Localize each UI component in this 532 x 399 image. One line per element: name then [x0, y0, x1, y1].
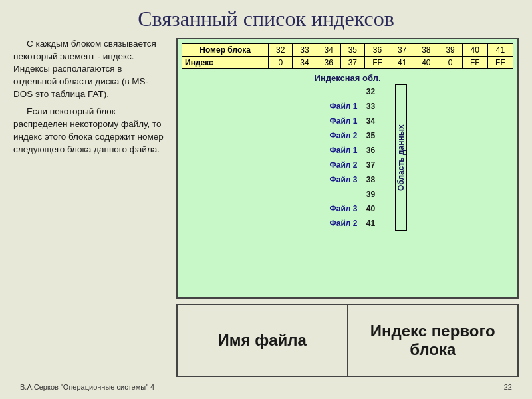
num-33: 33: [362, 99, 380, 114]
block-39: 39: [438, 44, 462, 57]
paragraph-1: С каждым блоком связывается некоторый эл…: [13, 38, 166, 100]
footer-page: 22: [504, 383, 512, 391]
num-35: 35: [362, 128, 380, 143]
file-empty2: [315, 187, 362, 201]
footer: В.А.Серков "Операционные системы" 4 22: [13, 380, 519, 392]
index-36: 36: [317, 57, 340, 69]
block-38: 38: [414, 44, 438, 57]
file-empty: [315, 84, 362, 99]
file-3b: Файл 3: [315, 201, 362, 216]
file-1c: Файл 1: [315, 143, 362, 158]
file-2c: Файл 2: [315, 216, 362, 231]
index-0b: 0: [438, 57, 462, 69]
bottom-filename: Имя файла: [178, 305, 348, 376]
block-34: 34: [317, 44, 340, 57]
index-area: Индексная обл. Файл 1 Файл 1 Файл 2 Файл…: [182, 73, 513, 231]
index-ff1: FF: [364, 57, 390, 69]
data-area-label: Область данных: [395, 84, 407, 231]
block-37: 37: [390, 44, 414, 57]
columns-wrapper: Файл 1 Файл 1 Файл 2 Файл 1 Файл 2 Файл …: [315, 84, 380, 231]
num-32: 32: [362, 84, 380, 99]
index-41: 41: [390, 57, 414, 69]
num-38: 38: [362, 172, 380, 187]
block-36: 36: [364, 44, 390, 57]
num-41: 41: [362, 216, 380, 231]
block-33: 33: [293, 44, 317, 57]
index-header: Индекс: [182, 57, 269, 69]
content-area: С каждым блоком связывается некоторый эл…: [13, 38, 519, 377]
file-1a: Файл 1: [315, 99, 362, 114]
block-table: Номер блока 32 33 34 35 36 37 38 39 40 4…: [182, 43, 513, 69]
bottom-index: Индекс первого блока: [348, 305, 518, 376]
paragraph-2: Если некоторый блок распределен некоторо…: [13, 106, 166, 156]
index-37: 37: [340, 57, 364, 69]
file-2b: Файл 2: [315, 158, 362, 172]
index-34: 34: [293, 57, 317, 69]
footer-author: В.А.Серков "Операционные системы" 4: [20, 383, 154, 391]
slide-title: Связанный список индексов: [13, 7, 519, 31]
block-35: 35: [340, 44, 364, 57]
file-2a: Файл 2: [315, 128, 362, 143]
diagram-area: Номер блока 32 33 34 35 36 37 38 39 40 4…: [176, 38, 519, 299]
right-content: Номер блока 32 33 34 35 36 37 38 39 40 4…: [176, 38, 519, 377]
index-ff3: FF: [487, 57, 513, 69]
block-40: 40: [462, 44, 487, 57]
index-40: 40: [414, 57, 438, 69]
file-1b: Файл 1: [315, 114, 362, 128]
num-37: 37: [362, 158, 380, 172]
num-34: 34: [362, 114, 380, 128]
block-32: 32: [269, 44, 293, 57]
block-header: Номер блока: [182, 44, 269, 57]
index-0: 0: [269, 57, 293, 69]
index-ff2: FF: [462, 57, 487, 69]
num-36: 36: [362, 143, 380, 158]
file-3a: Файл 3: [315, 172, 362, 187]
file-column: Файл 1 Файл 1 Файл 2 Файл 1 Файл 2 Файл …: [315, 84, 362, 231]
number-column: 32 33 34 35 36 37 38 39 40 41: [362, 84, 380, 231]
block-41: 41: [487, 44, 513, 57]
index-area-label: Индексная обл.: [314, 73, 380, 83]
bottom-table: Имя файла Индекс первого блока: [176, 304, 519, 377]
left-text: С каждым блоком связывается некоторый эл…: [13, 38, 166, 377]
num-40: 40: [362, 201, 380, 216]
num-39: 39: [362, 187, 380, 201]
